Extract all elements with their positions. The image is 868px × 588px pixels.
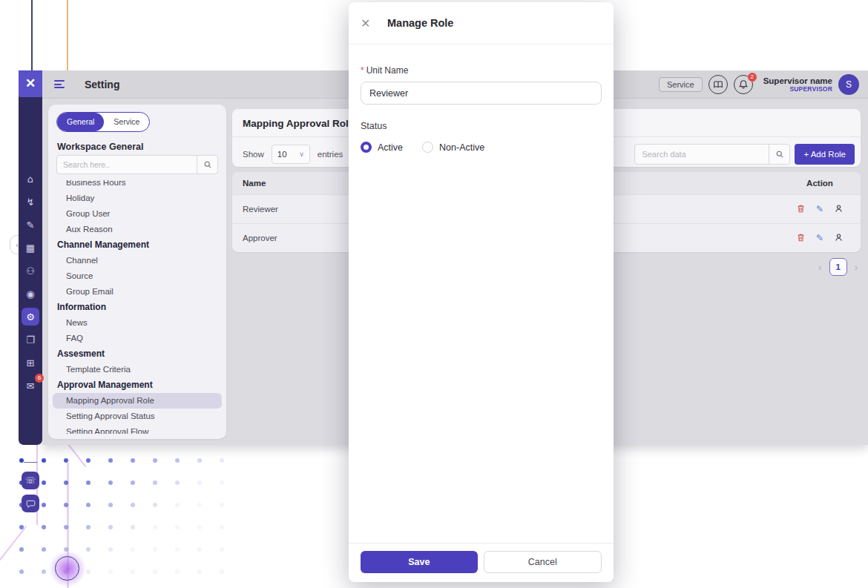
modal-title: Manage Role bbox=[387, 17, 453, 29]
user-info[interactable]: Supervisor name SUPERVISOR bbox=[763, 76, 832, 93]
nav-item-channel[interactable]: Channel bbox=[53, 253, 222, 268]
next-page-icon[interactable]: › bbox=[855, 262, 858, 273]
nav-item-assesment: Assesment bbox=[53, 346, 222, 362]
icon-sidebar: ⌂ ↯ ✎ ▦ ⚇ ◉ ⚙ bbox=[19, 70, 42, 445]
nav-item-template-criteria[interactable]: Template Criteria bbox=[53, 362, 222, 377]
nav-item-mapping-approval-role[interactable]: Mapping Approval Role bbox=[53, 393, 222, 409]
inbox-icon[interactable]: ✉ 6 bbox=[22, 377, 39, 394]
dot-grid-decoration bbox=[15, 454, 237, 587]
settings-nav-list: Business HoursHolidayGroup UserAux Reaso… bbox=[53, 180, 222, 434]
app-logo[interactable]: ✕ bbox=[19, 70, 42, 97]
note-icon[interactable]: ✎ bbox=[22, 216, 39, 234]
nav-search-input[interactable] bbox=[57, 156, 197, 174]
manage-role-modal: ✕ Manage Role *Unit Name Status Active N… bbox=[349, 2, 614, 582]
prev-page-icon[interactable]: ‹ bbox=[818, 262, 821, 273]
nav-item-news[interactable]: News bbox=[53, 315, 222, 331]
decor-line-navy bbox=[31, 0, 33, 71]
status-radio-group: Active Non-Active bbox=[361, 142, 602, 153]
nav-search bbox=[56, 155, 218, 174]
column-action: Action bbox=[779, 179, 861, 188]
cancel-button[interactable]: Cancel bbox=[484, 551, 602, 573]
phone-icon[interactable]: ☏ bbox=[22, 472, 39, 489]
search-icon[interactable] bbox=[769, 145, 789, 164]
table-search-input[interactable] bbox=[635, 145, 769, 164]
nav-item-source[interactable]: Source bbox=[53, 268, 222, 284]
page-size-select[interactable]: 10 ∨ bbox=[272, 145, 310, 164]
notification-badge: 6 bbox=[35, 374, 44, 383]
edit-icon[interactable]: ✎ bbox=[816, 233, 823, 243]
delete-icon[interactable] bbox=[796, 233, 806, 244]
settings-nav-panel: General Service Workspace General Busine… bbox=[48, 105, 226, 439]
nav-item-aux-reason[interactable]: Aux Reason bbox=[53, 222, 222, 237]
nav-item-business-hours[interactable]: Business Hours bbox=[53, 180, 222, 191]
add-role-button[interactable]: + Add Role bbox=[795, 144, 855, 165]
entries-label: entries bbox=[318, 150, 343, 159]
unit-name-label: *Unit Name bbox=[361, 65, 602, 76]
settings-tabs: General Service bbox=[56, 112, 150, 132]
user-name: Supervisor name bbox=[763, 76, 832, 86]
chat-icon[interactable] bbox=[22, 495, 39, 512]
nav-item-holiday[interactable]: Holiday bbox=[53, 191, 222, 206]
tab-service[interactable]: Service bbox=[104, 113, 149, 131]
status-label: Status bbox=[361, 121, 602, 131]
dashboard-icon[interactable]: ⊞ bbox=[22, 354, 39, 371]
nav-item-approval-management: Approval Management bbox=[53, 377, 222, 393]
document-icon[interactable]: ❐ bbox=[22, 331, 39, 348]
tab-general[interactable]: General bbox=[57, 113, 104, 131]
bell-badge: 2 bbox=[748, 73, 757, 82]
table-search bbox=[634, 144, 790, 165]
card-icon[interactable]: ▦ bbox=[22, 239, 39, 257]
decor-line-orange bbox=[67, 0, 68, 71]
bolt-icon[interactable]: ↯ bbox=[22, 193, 39, 211]
status-radio-non-active[interactable]: Non-Active bbox=[422, 142, 484, 153]
nav-item-setting-approval-flow[interactable]: Setting Approval Flow bbox=[53, 424, 222, 434]
decor-circle bbox=[55, 556, 79, 581]
nav-item-faq[interactable]: FAQ bbox=[53, 331, 222, 346]
required-mark: * bbox=[361, 65, 364, 76]
assign-user-icon[interactable] bbox=[834, 233, 844, 244]
modal-body: *Unit Name Status Active Non-Active bbox=[349, 44, 614, 543]
modal-footer: Save Cancel bbox=[349, 543, 614, 582]
assign-user-icon[interactable] bbox=[834, 204, 844, 215]
user-role: SUPERVISOR bbox=[763, 86, 832, 93]
save-button[interactable]: Save bbox=[361, 551, 478, 573]
show-label: Show bbox=[243, 150, 264, 159]
unit-name-field[interactable] bbox=[361, 82, 602, 105]
knowledge-book-icon[interactable] bbox=[708, 75, 728, 94]
nav-section-title: Workspace General bbox=[57, 142, 144, 152]
team-icon[interactable]: ⚇ bbox=[22, 262, 39, 280]
page-title: Setting bbox=[85, 79, 119, 90]
modal-header: ✕ Manage Role bbox=[349, 2, 614, 44]
nav-item-setting-approval-status[interactable]: Setting Approval Status bbox=[53, 409, 222, 424]
edit-icon[interactable]: ✎ bbox=[816, 204, 823, 214]
nav-item-information: Information bbox=[53, 300, 222, 315]
sidebar-divider bbox=[24, 462, 37, 463]
nav-item-group-user[interactable]: Group User bbox=[53, 206, 222, 222]
home-icon[interactable]: ⌂ bbox=[22, 170, 39, 188]
page-number[interactable]: 1 bbox=[829, 258, 847, 276]
agent-icon[interactable]: ◉ bbox=[22, 285, 39, 303]
radio-icon bbox=[422, 142, 433, 153]
search-icon[interactable] bbox=[197, 156, 217, 174]
avatar[interactable]: S bbox=[838, 74, 859, 95]
bell-icon[interactable]: 2 bbox=[734, 75, 753, 94]
chevron-down-icon: ∨ bbox=[299, 151, 304, 158]
status-radio-active[interactable]: Active bbox=[361, 142, 403, 153]
nav-item-channel-management: Channel Management bbox=[53, 237, 222, 253]
service-badge[interactable]: Service bbox=[659, 77, 703, 92]
radio-icon bbox=[361, 142, 372, 153]
settings-gear-icon[interactable]: ⚙ bbox=[22, 308, 39, 326]
menu-icon[interactable] bbox=[54, 80, 65, 88]
close-icon[interactable]: ✕ bbox=[361, 16, 375, 30]
screen: ‹ ✕ ⌂ ↯ ✎ ▦ ⚇ ◉ bbox=[0, 0, 868, 588]
delete-icon[interactable] bbox=[796, 204, 806, 215]
nav-item-group-email[interactable]: Group Email bbox=[53, 284, 222, 300]
